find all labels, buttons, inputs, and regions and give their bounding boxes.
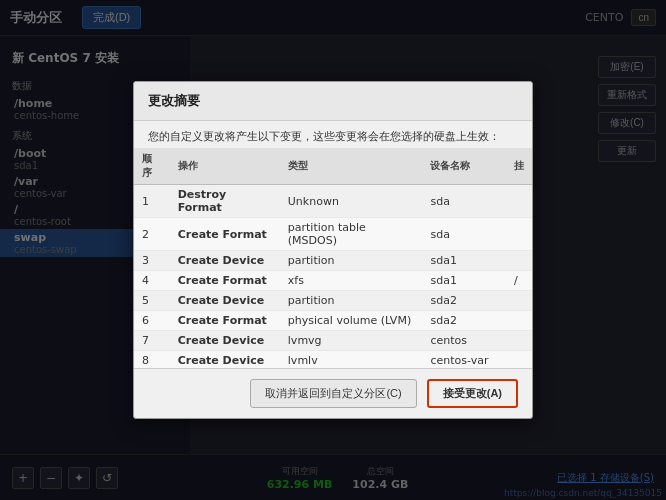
row-mount: [506, 311, 532, 331]
row-num: 8: [134, 351, 170, 369]
row-num: 7: [134, 331, 170, 351]
row-device: sda1: [422, 251, 506, 271]
row-op: Create Device: [170, 251, 280, 271]
row-num: 2: [134, 218, 170, 251]
row-op: Create Device: [170, 351, 280, 369]
row-op: Create Device: [170, 291, 280, 311]
changes-modal: 更改摘要 您的自定义更改将产生以下变更，这些变更将会在您选择的硬盘上生效： 顺序…: [133, 81, 533, 419]
col-op: 操作: [170, 148, 280, 185]
table-row: 2Create Formatpartition table (MSDOS)sda: [134, 218, 532, 251]
table-row: 1Destroy FormatUnknownsda: [134, 185, 532, 218]
table-row: 6Create Formatphysical volume (LVM)sda2: [134, 311, 532, 331]
table-row: 4Create Formatxfssda1/: [134, 271, 532, 291]
changes-table: 顺序 操作 类型 设备名称 挂 1Destroy FormatUnknownsd…: [134, 148, 532, 368]
row-mount: [506, 218, 532, 251]
modal-footer: 取消并返回到自定义分区(C) 接受更改(A): [134, 368, 532, 418]
modal-subtitle: 您的自定义更改将产生以下变更，这些变更将会在您选择的硬盘上生效：: [134, 121, 532, 148]
row-device: sda: [422, 185, 506, 218]
row-device: sda2: [422, 311, 506, 331]
modal-overlay: 更改摘要 您的自定义更改将产生以下变更，这些变更将会在您选择的硬盘上生效： 顺序…: [0, 0, 666, 500]
row-op: Create Format: [170, 218, 280, 251]
row-num: 4: [134, 271, 170, 291]
row-mount: [506, 351, 532, 369]
row-type: partition: [280, 291, 423, 311]
row-type: Unknown: [280, 185, 423, 218]
changes-table-container[interactable]: 顺序 操作 类型 设备名称 挂 1Destroy FormatUnknownsd…: [134, 148, 532, 368]
modal-title: 更改摘要: [134, 82, 532, 121]
table-row: 5Create Devicepartitionsda2: [134, 291, 532, 311]
col-mount: 挂: [506, 148, 532, 185]
row-num: 1: [134, 185, 170, 218]
row-type: lvmlv: [280, 351, 423, 369]
table-row: 7Create Devicelvmvgcentos: [134, 331, 532, 351]
row-device: sda: [422, 218, 506, 251]
row-device: centos-var: [422, 351, 506, 369]
row-op: Create Format: [170, 311, 280, 331]
row-op: Destroy Format: [170, 185, 280, 218]
row-mount: /: [506, 271, 532, 291]
row-device: sda1: [422, 271, 506, 291]
main-window: 手动分区 完成(D) CENTO cn 新 CentOS 7 安装 数据 /ho…: [0, 0, 666, 500]
row-device: centos: [422, 331, 506, 351]
row-type: xfs: [280, 271, 423, 291]
row-mount: [506, 291, 532, 311]
row-num: 3: [134, 251, 170, 271]
row-mount: [506, 331, 532, 351]
cancel-button[interactable]: 取消并返回到自定义分区(C): [250, 379, 416, 408]
row-op: Create Format: [170, 271, 280, 291]
row-type: partition: [280, 251, 423, 271]
col-device: 设备名称: [422, 148, 506, 185]
table-row: 8Create Devicelvmlvcentos-var: [134, 351, 532, 369]
row-type: physical volume (LVM): [280, 311, 423, 331]
row-type: partition table (MSDOS): [280, 218, 423, 251]
table-row: 3Create Devicepartitionsda1: [134, 251, 532, 271]
col-type: 类型: [280, 148, 423, 185]
row-type: lvmvg: [280, 331, 423, 351]
row-num: 5: [134, 291, 170, 311]
row-num: 6: [134, 311, 170, 331]
row-device: sda2: [422, 291, 506, 311]
row-mount: [506, 185, 532, 218]
col-num: 顺序: [134, 148, 170, 185]
row-op: Create Device: [170, 331, 280, 351]
row-mount: [506, 251, 532, 271]
accept-button[interactable]: 接受更改(A): [427, 379, 518, 408]
